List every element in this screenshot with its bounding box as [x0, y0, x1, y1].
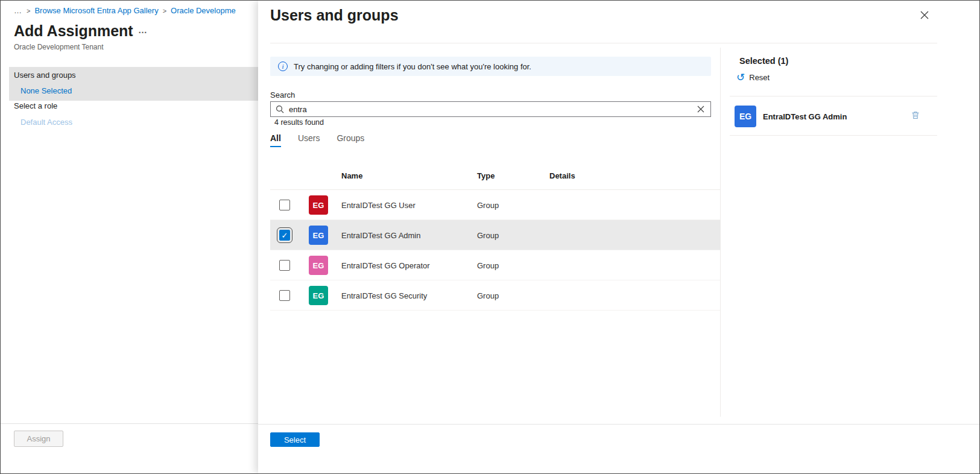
- breadcrumb: … > Browse Microsoft Entra App Gallery >…: [14, 6, 257, 15]
- panel-header-divider: [270, 43, 937, 43]
- column-header-name: Name: [341, 171, 362, 180]
- tab-all[interactable]: All: [270, 133, 281, 147]
- row-checkbox[interactable]: [279, 230, 290, 241]
- group-avatar: EG: [309, 226, 328, 245]
- vertical-divider: [720, 48, 721, 417]
- search-box: [270, 101, 711, 117]
- search-label: Search: [270, 90, 295, 100]
- close-button[interactable]: [918, 8, 931, 22]
- row-checkbox[interactable]: [279, 200, 290, 210]
- info-banner-text: Try changing or adding filters if you do…: [294, 62, 531, 71]
- tab-users[interactable]: Users: [298, 133, 320, 147]
- table-row[interactable]: EG EntraIDTest GG User Group: [270, 190, 720, 220]
- column-header-type: Type: [477, 171, 495, 180]
- selected-item: EG EntraIDTest GG Admin: [730, 96, 937, 136]
- default-access-link[interactable]: Default Access: [21, 118, 72, 127]
- selected-item-avatar: EG: [735, 106, 756, 127]
- row-type: Group: [477, 201, 499, 210]
- tab-groups[interactable]: Groups: [337, 133, 364, 147]
- select-button[interactable]: Select: [270, 432, 320, 447]
- selected-count-title: Selected (1): [739, 56, 788, 66]
- reset-label: Reset: [749, 73, 770, 82]
- reset-button[interactable]: ↺ Reset: [736, 72, 770, 83]
- breadcrumb-separator: >: [27, 7, 30, 14]
- none-selected-link[interactable]: None Selected: [21, 86, 72, 95]
- row-name: EntraIDTest GG Operator: [341, 261, 430, 270]
- users-groups-panel: Users and groups i Try changing or addin…: [258, 1, 979, 473]
- row-name: EntraIDTest GG Security: [341, 291, 427, 300]
- column-header-details: Details: [549, 171, 575, 180]
- results-count: 4 results found: [274, 118, 324, 127]
- close-icon: [920, 11, 929, 19]
- table-row[interactable]: EG EntraIDTest GG Operator Group: [270, 250, 720, 280]
- select-role-label: Select a role: [14, 101, 57, 110]
- row-type: Group: [477, 231, 499, 240]
- page-subtitle: Oracle Development Tenant: [14, 43, 104, 51]
- group-avatar: EG: [309, 286, 328, 305]
- search-input[interactable]: [289, 105, 691, 114]
- row-type: Group: [477, 291, 499, 300]
- title-context-menu-icon[interactable]: …: [138, 25, 148, 35]
- breadcrumb-link-app-gallery[interactable]: Browse Microsoft Entra App Gallery: [34, 6, 158, 15]
- remove-selected-button[interactable]: [911, 110, 920, 120]
- panel-footer-divider: [258, 424, 979, 425]
- info-banner: i Try changing or adding filters if you …: [270, 57, 711, 76]
- search-icon: [276, 105, 284, 113]
- tabs: All Users Groups: [270, 133, 364, 147]
- results-list: EG EntraIDTest GG User Group EG EntraIDT…: [270, 190, 720, 311]
- trash-icon: [911, 110, 920, 120]
- breadcrumb-ellipsis[interactable]: …: [14, 6, 22, 15]
- table-row[interactable]: EG EntraIDTest GG Admin Group: [270, 220, 720, 250]
- screen: … > Browse Microsoft Entra App Gallery >…: [0, 0, 980, 474]
- users-groups-label: Users and groups: [14, 71, 76, 80]
- footer-divider: [1, 423, 258, 424]
- group-avatar: EG: [309, 195, 328, 215]
- clear-search-button[interactable]: [696, 104, 706, 114]
- reset-icon: ↺: [736, 72, 745, 83]
- table-row[interactable]: EG EntraIDTest GG Security Group: [270, 280, 720, 311]
- group-avatar: EG: [309, 256, 328, 275]
- info-icon: i: [278, 62, 288, 71]
- users-groups-field: Users and groups None Selected: [9, 67, 258, 101]
- add-assignment-page: … > Browse Microsoft Entra App Gallery >…: [1, 1, 258, 473]
- row-name: EntraIDTest GG Admin: [341, 231, 421, 240]
- assign-button[interactable]: Assign: [14, 431, 63, 447]
- clear-search-icon: [697, 106, 704, 113]
- row-name: EntraIDTest GG User: [341, 201, 416, 210]
- breadcrumb-separator: >: [163, 7, 166, 14]
- breadcrumb-link-current[interactable]: Oracle Developme: [171, 6, 236, 15]
- panel-title: Users and groups: [270, 7, 399, 24]
- selected-item-name: EntraIDTest GG Admin: [763, 112, 847, 121]
- row-checkbox[interactable]: [279, 290, 290, 301]
- row-type: Group: [477, 261, 499, 270]
- row-checkbox[interactable]: [279, 260, 290, 271]
- page-title: Add Assignment: [14, 22, 133, 40]
